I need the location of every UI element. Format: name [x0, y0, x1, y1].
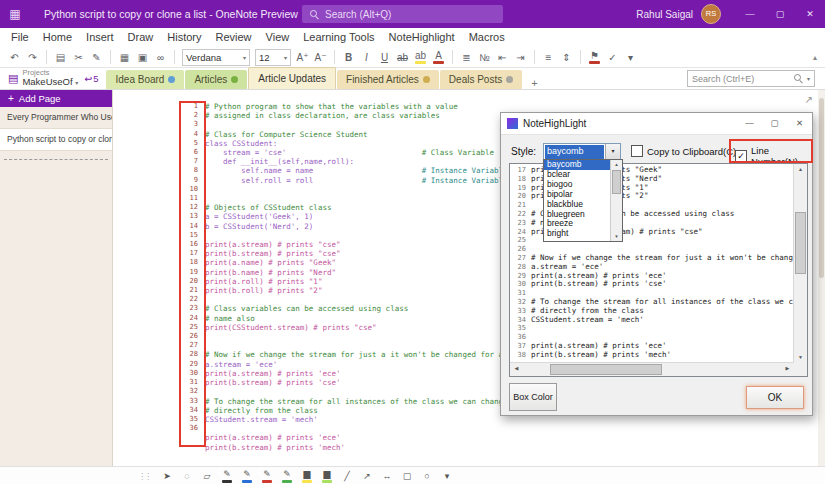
dropdown-option-bright[interactable]: bright: [544, 229, 611, 239]
menu-item-draw[interactable]: Draw: [121, 28, 161, 47]
scrollbar-thumb[interactable]: [550, 364, 662, 375]
add-page-button[interactable]: + Add Page: [0, 90, 112, 107]
scrollbar-thumb[interactable]: [819, 98, 824, 278]
highlighter-green-icon[interactable]: ▆: [318, 468, 336, 484]
scroll-up-icon[interactable]: ▲: [611, 160, 622, 169]
scroll-down-icon[interactable]: ▼: [611, 232, 622, 241]
minimize-button[interactable]: —: [735, 0, 765, 28]
format-painter-icon[interactable]: ✎: [88, 48, 105, 66]
tag-check-icon[interactable]: ✓: [604, 48, 621, 66]
copy-to-clipboard-checkbox[interactable]: Copy to Clipboard(C): [631, 145, 736, 157]
pen-red-icon[interactable]: ✎: [258, 468, 276, 484]
ribbon-collapse-icon[interactable]: ▴: [813, 53, 817, 62]
menu-item-home[interactable]: Home: [36, 28, 79, 47]
pen-blue-icon[interactable]: ✎: [238, 468, 256, 484]
dialog-maximize-button[interactable]: ▢: [762, 113, 787, 134]
shrink-font-icon[interactable]: A⁻: [312, 48, 329, 66]
dialog-close-button[interactable]: ✕: [787, 113, 812, 134]
font-size-select[interactable]: 12▾: [255, 49, 291, 66]
preview-vertical-scrollbar[interactable]: ▲ ▼: [793, 164, 807, 363]
shape-square-icon[interactable]: ▢: [398, 468, 416, 484]
shape-arrow-icon[interactable]: ↗: [358, 468, 376, 484]
scroll-right-icon[interactable]: ▶: [781, 363, 794, 374]
font-color-button[interactable]: A: [430, 48, 447, 66]
menu-item-view[interactable]: View: [259, 28, 297, 47]
menu-item-insert[interactable]: Insert: [79, 28, 121, 47]
toolbar-drag-handle[interactable]: ⋮⋮: [138, 472, 150, 481]
lasso-tool-icon[interactable]: ◌: [178, 468, 196, 484]
insert-table-icon[interactable]: ▦: [116, 48, 133, 66]
grow-font-icon[interactable]: A⁺: [294, 48, 311, 66]
menu-item-learning-tools[interactable]: Learning Tools: [296, 28, 381, 47]
pen-black-icon[interactable]: ✎: [218, 468, 236, 484]
preview-horizontal-scrollbar[interactable]: ◀ ▶: [510, 362, 794, 376]
dialog-titlebar[interactable]: NoteHighLight — ▢ ✕: [501, 113, 812, 135]
avatar[interactable]: RS: [701, 4, 721, 24]
dropdown-scrollbar[interactable]: ▲ ▼: [610, 160, 622, 241]
close-button[interactable]: ✕: [795, 0, 825, 28]
font-name-select[interactable]: Verdana▾: [182, 49, 250, 66]
app-icon[interactable]: ▦: [0, 7, 30, 21]
menu-item-file[interactable]: File: [4, 28, 36, 47]
menu-item-history[interactable]: History: [160, 28, 208, 47]
tag-flag-icon[interactable]: ⚑: [586, 48, 603, 66]
ok-button[interactable]: OK: [746, 386, 804, 409]
page-item-divider[interactable]: [4, 159, 108, 160]
strikethrough-button[interactable]: ab: [394, 48, 411, 66]
numbered-list-icon[interactable]: №: [476, 48, 493, 66]
italic-button[interactable]: I: [358, 48, 375, 66]
shape-circle-icon[interactable]: ○: [418, 468, 436, 484]
section-tab-articles[interactable]: Articles: [185, 70, 247, 89]
scroll-left-icon[interactable]: ◀: [510, 363, 523, 374]
paste-icon[interactable]: ▤: [52, 48, 69, 66]
pen-green-icon[interactable]: ✎: [278, 468, 296, 484]
maximize-button[interactable]: ▢: [765, 0, 795, 28]
box-color-button[interactable]: Box Color: [509, 383, 557, 411]
scroll-up-icon[interactable]: ▲: [794, 164, 807, 175]
notebook-switcher[interactable]: Projects MakeUseOf ▾: [22, 69, 78, 88]
code-editor[interactable]: 1# Python program to show that the varia…: [183, 102, 521, 452]
add-section-button[interactable]: +: [523, 77, 545, 89]
menu-item-notehighlight[interactable]: NoteHighlight: [382, 28, 462, 47]
section-tab-article-updates[interactable]: Article Updates: [248, 67, 336, 89]
indent-icon[interactable]: ⇥: [512, 48, 529, 66]
eraser-tool-icon[interactable]: ▱: [198, 468, 216, 484]
section-tab-idea-board[interactable]: Idea Board: [106, 70, 184, 89]
highlighter-yellow-icon[interactable]: ▆: [298, 468, 316, 484]
menu-item-review[interactable]: Review: [209, 28, 259, 47]
scrollbar-thumb[interactable]: [795, 212, 806, 274]
outdent-icon[interactable]: ⇤: [494, 48, 511, 66]
bold-button[interactable]: B: [340, 48, 357, 66]
insert-picture-icon[interactable]: ▣: [134, 48, 151, 66]
scroll-down-icon[interactable]: ▼: [794, 352, 807, 363]
section-tab-finished-articles[interactable]: Finished Articles: [337, 70, 439, 89]
combo-dropdown-icon[interactable]: ▾: [605, 144, 620, 160]
bullet-list-icon[interactable]: ≣: [458, 48, 475, 66]
titlebar-search-box[interactable]: Search (Alt+Q): [302, 5, 503, 23]
nav-back-badge[interactable]: ↩ 5: [84, 73, 98, 84]
redo-icon[interactable]: ↷: [24, 48, 41, 66]
dialog-minimize-button[interactable]: —: [737, 113, 762, 134]
section-tab-deals-posts[interactable]: Deals Posts: [440, 70, 522, 89]
user-name[interactable]: Rahul Saigal: [636, 9, 693, 20]
code-line: 18print(a.name) # prints "Geek": [183, 258, 521, 267]
page-item[interactable]: Python script to copy or clone a list: [0, 129, 112, 151]
shape-double-arrow-icon[interactable]: ↔: [378, 468, 396, 484]
expand-page-icon[interactable]: ↗: [805, 94, 813, 105]
align-icon[interactable]: ≡: [540, 48, 557, 66]
tag-dropdown-icon[interactable]: ▾: [622, 48, 639, 66]
shape-line-icon[interactable]: ╱: [338, 468, 356, 484]
menu-item-macros[interactable]: Macros: [462, 28, 512, 47]
line-spacing-icon[interactable]: ⇕: [558, 48, 575, 66]
highlight-button[interactable]: ab: [412, 48, 429, 66]
notebook-search-box[interactable]: Search (Ctrl+E) ▾: [687, 70, 815, 87]
select-tool-icon[interactable]: ➤: [158, 468, 176, 484]
canvas-vertical-scrollbar[interactable]: [818, 90, 825, 466]
page-item[interactable]: Every Programmer Who Uses OneNote: [0, 107, 112, 129]
undo-icon[interactable]: ↶: [6, 48, 23, 66]
scrollbar-thumb[interactable]: [612, 170, 621, 194]
cut-icon[interactable]: ✂: [70, 48, 87, 66]
insert-link-icon[interactable]: ∞: [152, 48, 169, 66]
more-pens-button[interactable]: ▾: [438, 468, 456, 484]
underline-button[interactable]: U: [376, 48, 393, 66]
